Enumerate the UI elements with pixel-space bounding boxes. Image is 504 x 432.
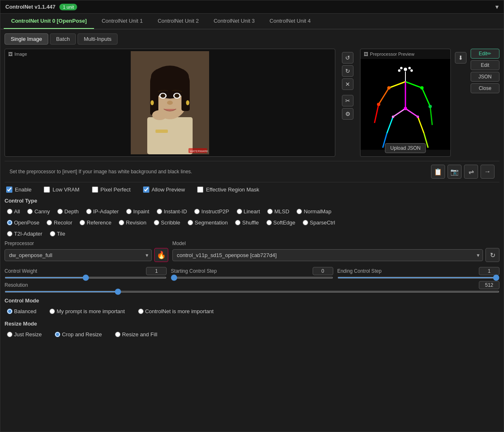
- effective-region-mask-input[interactable]: [197, 186, 203, 193]
- svg-rect-5: [150, 82, 158, 115]
- close-button[interactable]: Close: [471, 83, 499, 93]
- edit-image-button[interactable]: ✂: [342, 95, 353, 106]
- resize-mode-crop-and-resize[interactable]: Crop and Resize: [52, 330, 104, 339]
- svg-point-14: [151, 100, 154, 105]
- portrait-image: WATERMARK: [131, 51, 209, 154]
- control-weight-slider[interactable]: [5, 277, 167, 279]
- resize-mode-crop-and-resize-input[interactable]: [55, 332, 60, 337]
- resize-mode-resize-and-fill-input[interactable]: [115, 332, 120, 337]
- tab-controlnet-unit-2[interactable]: ControlNet Unit 2: [150, 14, 206, 29]
- starting-step-header: Starting Control Step 0: [171, 267, 333, 275]
- tab-controlnet-unit-3[interactable]: ControlNet Unit 3: [206, 14, 262, 29]
- radio-mlsd[interactable]: MLSD: [265, 207, 292, 216]
- radio-revision[interactable]: Revision: [116, 218, 149, 227]
- subtab-multi-inputs[interactable]: Multi-Inputs: [78, 33, 118, 45]
- radio-shuffle[interactable]: Shuffle: [233, 218, 261, 227]
- allow-preview-input[interactable]: [143, 186, 149, 193]
- resize-mode-just-resize[interactable]: Just Resize: [5, 330, 44, 339]
- svg-point-43: [404, 107, 407, 110]
- resolution-slider[interactable]: [5, 291, 499, 293]
- tab-controlnet-unit-1[interactable]: ControlNet Unit 1: [94, 14, 150, 29]
- upload-json-button[interactable]: Upload JSON: [385, 143, 426, 153]
- resize-mode-resize-and-fill[interactable]: Resize and Fill: [113, 330, 160, 339]
- preprocessor-select[interactable]: dw_openpose_full: [5, 249, 152, 261]
- pose-skeleton-svg: [366, 59, 445, 150]
- edit-button[interactable]: Edit: [471, 60, 499, 70]
- subtab-single-image[interactable]: Single Image: [5, 33, 48, 45]
- enable-checkbox[interactable]: Enable: [6, 186, 31, 193]
- radio-instructp2p[interactable]: InstructP2P: [192, 207, 231, 216]
- svg-text:WATERMARK: WATERMARK: [190, 150, 208, 153]
- starting-step-slider[interactable]: [171, 277, 333, 279]
- close-image-button[interactable]: ✕: [342, 78, 353, 90]
- model-select[interactable]: control_v11p_sd15_openpose [cab727d4]: [172, 249, 483, 261]
- ending-step-slider[interactable]: [337, 277, 499, 279]
- camera-icon-button[interactable]: 📷: [447, 165, 462, 179]
- radio-normalmap[interactable]: NormalMap: [294, 207, 334, 216]
- edit-green-button[interactable]: Edit✏: [471, 49, 499, 59]
- swap-icon-button[interactable]: ⇌: [464, 165, 478, 179]
- svg-point-7: [151, 66, 189, 87]
- low-vram-checkbox[interactable]: Low VRAM: [44, 186, 79, 193]
- radio-instant-id[interactable]: Instant-ID: [154, 207, 189, 216]
- arrow-right-icon-button[interactable]: →: [480, 165, 495, 179]
- tab-controlnet-unit-0[interactable]: ControlNet Unit 0 [OpenPose]: [4, 14, 94, 29]
- model-select-wrapper: control_v11p_sd15_openpose [cab727d4] ▾: [172, 249, 483, 261]
- image-preview: WATERMARK: [5, 49, 335, 156]
- info-bar: Set the preprocessor to [invert] If your…: [5, 161, 499, 182]
- settings-image-button[interactable]: ⚙: [342, 108, 353, 120]
- radio-lineart[interactable]: Lineart: [234, 207, 263, 216]
- resize-mode-title: Resize Mode: [5, 321, 499, 327]
- clipboard-icon-button[interactable]: 📋: [431, 165, 445, 179]
- model-refresh-button[interactable]: ↻: [485, 248, 499, 262]
- svg-point-13: [152, 110, 167, 120]
- model-label-text: Model: [172, 241, 499, 246]
- allow-preview-checkbox[interactable]: Allow Preview: [143, 186, 185, 193]
- image-upload-area[interactable]: 🖼 Image: [5, 49, 335, 157]
- radio-all[interactable]: All: [5, 207, 22, 216]
- pixel-perfect-checkbox[interactable]: Pixel Perfect: [92, 186, 131, 193]
- undo-button[interactable]: ↺: [342, 52, 353, 64]
- svg-point-15: [186, 100, 189, 105]
- ending-step-header: Ending Control Step 1: [337, 267, 499, 275]
- subtab-batch[interactable]: Batch: [50, 33, 76, 45]
- app-container: ControlNet v1.1.447 1 unit ▾ ControlNet …: [0, 0, 504, 432]
- pixel-perfect-input[interactable]: [92, 186, 98, 193]
- low-vram-input[interactable]: [44, 186, 50, 193]
- control-mode-my-prompt[interactable]: My prompt is more important: [47, 307, 127, 316]
- control-mode-balanced[interactable]: Balanced: [5, 307, 39, 316]
- control-mode-my-prompt-input[interactable]: [49, 309, 55, 314]
- enable-input[interactable]: [6, 186, 12, 193]
- model-group: Model control_v11p_sd15_openpose [cab727…: [172, 241, 499, 262]
- radio-tile[interactable]: Tile: [47, 229, 68, 238]
- radio-segmentation[interactable]: Segmentation: [185, 218, 230, 227]
- effective-region-mask-checkbox[interactable]: Effective Region Mask: [197, 186, 259, 193]
- ending-step-label: Ending Control Step: [337, 268, 382, 274]
- image-label: 🖼 Image: [8, 52, 27, 57]
- svg-rect-2: [147, 117, 193, 154]
- control-mode-controlnet[interactable]: ControlNet is more important: [136, 307, 216, 316]
- expand-icon[interactable]: ▾: [495, 3, 499, 11]
- control-type-title: Control Type: [5, 198, 499, 204]
- redo-button[interactable]: ↻: [342, 65, 353, 77]
- radio-softedge[interactable]: SoftEdge: [264, 218, 298, 227]
- radio-inpaint[interactable]: Inpaint: [124, 207, 152, 216]
- radio-canny[interactable]: Canny: [25, 207, 52, 216]
- control-mode-balanced-input[interactable]: [7, 309, 12, 314]
- download-button[interactable]: ⬇: [455, 52, 466, 64]
- radio-depth[interactable]: Depth: [55, 207, 81, 216]
- radio-ip-adapter[interactable]: IP-Adapter: [84, 207, 121, 216]
- preprocessor-preview-area: 🖼 Preprocessor Preview: [360, 49, 451, 157]
- json-button[interactable]: JSON: [471, 72, 499, 82]
- radio-reference[interactable]: Reference: [77, 218, 114, 227]
- tab-controlnet-unit-4[interactable]: ControlNet Unit 4: [262, 14, 318, 29]
- radio-t2i-adapter[interactable]: T2I-Adapter: [5, 229, 45, 238]
- radio-openpose[interactable]: OpenPose: [5, 218, 42, 227]
- fire-button[interactable]: 🔥: [154, 248, 168, 262]
- radio-scribble[interactable]: Scribble: [151, 218, 183, 227]
- radio-recolor[interactable]: Recolor: [44, 218, 75, 227]
- control-mode-controlnet-input[interactable]: [138, 309, 144, 314]
- resize-mode-just-resize-input[interactable]: [7, 332, 12, 337]
- resolution-section: Resolution 512: [5, 281, 499, 293]
- radio-sparsectrl[interactable]: SparseCtrl: [300, 218, 337, 227]
